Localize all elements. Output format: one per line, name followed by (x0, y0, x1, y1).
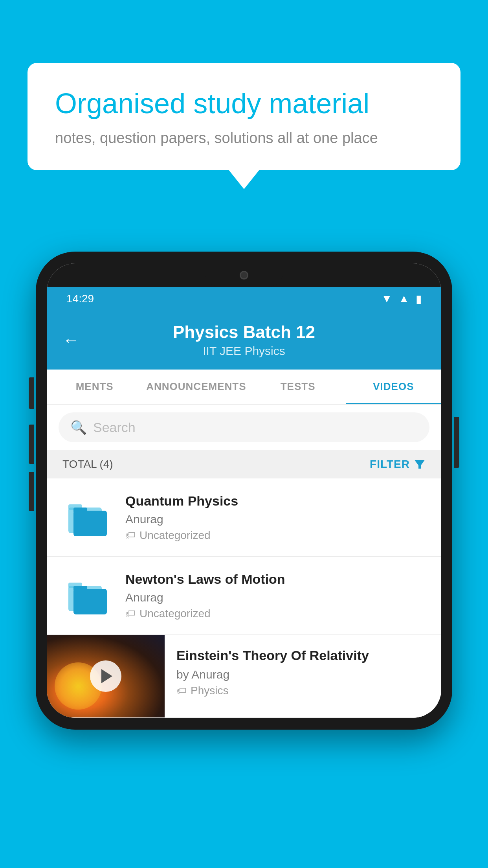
tag-icon: 🏷 (125, 607, 136, 620)
tab-videos[interactable]: VIDEOS (346, 370, 441, 404)
svg-rect-7 (73, 589, 107, 614)
phone-mockup: 14:29 ▼ ▲ ▮ ← Physics Batch 12 IIT JEE P… (36, 252, 452, 730)
back-button[interactable]: ← (62, 330, 80, 350)
video-info: Quantum Physics Anurag 🏷 Uncategorized (125, 493, 426, 542)
filter-icon (414, 458, 426, 470)
notch-cutout (205, 263, 283, 287)
status-icons: ▼ ▲ ▮ (382, 292, 422, 305)
svg-rect-4 (73, 508, 87, 513)
camera (240, 271, 248, 280)
folder-icon (66, 496, 110, 539)
speech-bubble-container: Organised study material notes, question… (28, 63, 460, 170)
list-item[interactable]: Newton's Laws of Motion Anurag 🏷 Uncateg… (47, 557, 441, 635)
search-box[interactable]: 🔍 Search (59, 412, 429, 442)
bubble-subtitle: notes, question papers, solutions all at… (55, 130, 433, 147)
video-tag: 🏷 Uncategorized (125, 607, 426, 620)
video-tag: 🏷 Physics (176, 684, 429, 697)
tab-ments[interactable]: MENTS (47, 370, 142, 404)
wifi-icon: ▼ (382, 292, 393, 305)
header-subtitle: IIT JEE Physics (62, 344, 426, 358)
list-item[interactable]: Quantum Physics Anurag 🏷 Uncategorized (47, 478, 441, 557)
search-container: 🔍 Search (47, 405, 441, 450)
filter-button[interactable]: FILTER (370, 458, 426, 471)
video-title: Einstein's Theory Of Relativity (176, 647, 429, 664)
tab-tests[interactable]: TESTS (250, 370, 345, 404)
power-button (454, 417, 459, 468)
video-list: Quantum Physics Anurag 🏷 Uncategorized (47, 478, 441, 718)
battery-icon: ▮ (416, 292, 422, 305)
video-thumbnail (47, 635, 165, 717)
volume-down-button (29, 472, 34, 511)
svg-rect-3 (73, 511, 107, 536)
total-count: TOTAL (4) (62, 458, 113, 471)
signal-icon: ▲ (398, 292, 409, 305)
folder-thumbnail (62, 570, 114, 621)
video-title: Newton's Laws of Motion (125, 572, 426, 587)
play-icon (101, 669, 112, 683)
video-info: Einstein's Theory Of Relativity by Anura… (165, 635, 441, 709)
video-info: Newton's Laws of Motion Anurag 🏷 Uncateg… (125, 572, 426, 620)
filter-label: FILTER (370, 458, 410, 471)
svg-marker-0 (415, 460, 425, 469)
status-bar: 14:29 ▼ ▲ ▮ (47, 287, 441, 311)
list-item[interactable]: Einstein's Theory Of Relativity by Anura… (47, 635, 441, 718)
tag-icon: 🏷 (125, 529, 136, 541)
video-author: by Anurag (176, 668, 429, 681)
video-author: Anurag (125, 513, 426, 526)
folder-icon (66, 574, 110, 617)
search-icon: 🔍 (70, 419, 87, 435)
tabs: MENTS ANNOUNCEMENTS TESTS VIDEOS (47, 370, 441, 405)
video-tag: 🏷 Uncategorized (125, 529, 426, 542)
search-input[interactable]: Search (93, 420, 136, 435)
bubble-title: Organised study material (55, 86, 433, 120)
video-title: Quantum Physics (125, 493, 426, 509)
phone-notch (47, 263, 441, 287)
svg-rect-8 (73, 586, 87, 591)
phone-screen: 14:29 ▼ ▲ ▮ ← Physics Batch 12 IIT JEE P… (47, 263, 441, 718)
video-author: Anurag (125, 591, 426, 604)
app-header: ← Physics Batch 12 IIT JEE Physics (47, 311, 441, 370)
tag-icon: 🏷 (176, 685, 187, 697)
phone-body: 14:29 ▼ ▲ ▮ ← Physics Batch 12 IIT JEE P… (36, 252, 452, 730)
folder-thumbnail (62, 492, 114, 543)
status-time: 14:29 (66, 292, 94, 305)
play-button[interactable] (90, 660, 121, 692)
header-title: Physics Batch 12 (62, 322, 426, 342)
volume-up-button (29, 425, 34, 464)
tab-announcements[interactable]: ANNOUNCEMENTS (142, 370, 250, 404)
speech-bubble: Organised study material notes, question… (28, 63, 460, 170)
filter-bar: TOTAL (4) FILTER (47, 450, 441, 478)
